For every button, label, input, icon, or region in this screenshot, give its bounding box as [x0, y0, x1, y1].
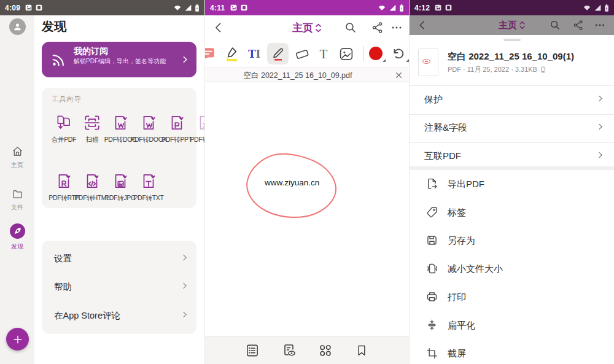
page-selector[interactable]: 主页: [292, 21, 322, 35]
tool-pdf-to-rtf[interactable]: PDF转RTF: [50, 172, 78, 203]
action-label: 截屏: [448, 348, 466, 360]
nav-title: 主页: [292, 21, 313, 35]
pencil-tool-selected[interactable]: [267, 43, 289, 64]
more-icon[interactable]: [595, 20, 605, 31]
back-icon[interactable]: [417, 19, 428, 31]
comment-tool-icon[interactable]: [204, 46, 216, 62]
close-tab-icon[interactable]: [394, 71, 403, 80]
share-icon[interactable]: [573, 20, 584, 31]
bottom-toolbar: [205, 336, 409, 364]
section-annotations-fields[interactable]: 注释&字段: [410, 114, 614, 142]
tool-pdf-to-html[interactable]: PDF转HTML: [78, 172, 106, 203]
chevron-right-icon: [181, 55, 189, 64]
status-right-icons: [173, 4, 200, 12]
add-button[interactable]: [6, 328, 29, 350]
chevron-right-icon: [596, 94, 604, 103]
tool-label: PDF转PPT: [161, 136, 192, 144]
device-icon: [540, 66, 546, 74]
pdf-canvas[interactable]: www.ziyuan.cn: [205, 83, 409, 336]
action-screenshot[interactable]: 截屏: [410, 339, 614, 364]
eraser-tool-icon[interactable]: [294, 46, 310, 62]
more-icon[interactable]: [391, 22, 402, 33]
tool-pdf-to-ppt[interactable]: PDF转PPT: [163, 114, 191, 144]
person-icon: [12, 21, 23, 32]
nav-title: 主页: [499, 20, 517, 31]
share-icon[interactable]: [371, 21, 384, 34]
cellular-icon: [184, 4, 192, 12]
sidebar-item-discover[interactable]: 发现: [0, 223, 34, 251]
color-swatch-options-marker: [383, 59, 386, 62]
drag-handle[interactable]: [503, 39, 521, 41]
text-tool-icon[interactable]: T: [320, 46, 328, 61]
text-insert-tool-icon[interactable]: TI: [248, 47, 260, 61]
menu-label: 设置: [54, 253, 72, 265]
red-ink-annotation: [243, 150, 345, 224]
page-selector[interactable]: 主页: [499, 20, 525, 31]
tool-label: PDF转TXT: [133, 194, 163, 203]
action-save-as[interactable]: 另存为: [410, 227, 614, 255]
sidebar-item-files[interactable]: 文件: [0, 188, 34, 212]
tool-merge-pdf[interactable]: 合并PDF: [50, 114, 78, 144]
tool-label: PDF转JPG: [105, 194, 136, 203]
canvas-text: www.ziyuan.cn: [265, 178, 319, 187]
menu-item-settings[interactable]: 设置: [42, 244, 196, 273]
undo-icon[interactable]: [391, 47, 406, 61]
app-notification-icon: [445, 4, 452, 11]
wifi-icon: [173, 4, 182, 12]
action-label: 打印: [448, 292, 466, 303]
app-notification-icon: [36, 4, 42, 11]
menu-label: 在App Store评论: [54, 310, 120, 322]
chevron-right-icon: [596, 122, 604, 131]
battery-icon: [399, 4, 404, 12]
color-swatch-red[interactable]: [369, 47, 383, 60]
tool-pdf-to-txt[interactable]: PDF转TXT: [134, 172, 163, 203]
image-tool-icon[interactable]: [339, 46, 354, 61]
menu-item-help[interactable]: 帮助: [42, 273, 196, 301]
chevron-right-icon: [181, 253, 188, 262]
action-flatten[interactable]: 扁平化: [410, 311, 614, 339]
highlighter-tool-icon[interactable]: [223, 45, 240, 62]
avatar[interactable]: [9, 18, 26, 35]
app-root: 4:09 主页 文件: [0, 0, 614, 364]
updown-chevrons-icon: [519, 20, 525, 30]
status-right-icons: [583, 4, 609, 12]
grid-view-icon[interactable]: [319, 344, 333, 358]
action-print[interactable]: 打印: [410, 283, 614, 311]
page-preview-icon[interactable]: [282, 343, 297, 358]
menu-item-review[interactable]: 在App Store评论: [42, 301, 196, 330]
sidebar-item-label: 文件: [0, 203, 34, 212]
action-label: 导出PDF: [448, 179, 484, 190]
tool-pdf-to-jpg[interactable]: PDF转JPG: [106, 172, 134, 203]
save-icon: [426, 234, 438, 247]
sidebar-item-home[interactable]: 主页: [0, 145, 34, 169]
pdf-to-doc-icon: [111, 114, 130, 132]
search-icon[interactable]: [344, 21, 357, 34]
action-tags[interactable]: 标签: [410, 198, 614, 227]
pdf-to-ppt-icon: [168, 114, 186, 132]
outline-list-icon[interactable]: [246, 344, 260, 358]
action-reduce-file-size[interactable]: 减小文件大小: [410, 255, 614, 283]
action-export-pdf[interactable]: 导出PDF: [410, 170, 614, 198]
tool-scan[interactable]: 扫描: [78, 114, 106, 144]
left-sidebar: 主页 文件 发现: [0, 15, 34, 364]
bookmark-icon[interactable]: [356, 344, 368, 357]
search-icon[interactable]: [550, 20, 561, 31]
subscription-banner[interactable]: 我的订阅 解锁PDF编辑，导出，签名等功能: [42, 42, 196, 77]
back-icon[interactable]: [212, 21, 225, 34]
chevron-right-icon: [181, 281, 188, 290]
document-tab-bar[interactable]: 空白 2022_11_25 16_10_09.pdf: [205, 68, 409, 82]
notification-icons: [435, 4, 452, 11]
scan-icon: [83, 114, 101, 132]
status-time: 4:11: [210, 4, 225, 12]
tool-pdf-to-docx[interactable]: PDF转DOCX: [134, 114, 163, 144]
pdf-to-jpg-icon: [111, 172, 130, 190]
discover-compass-icon: [9, 223, 26, 239]
nav-bar-dimmed: 主页: [410, 15, 614, 35]
tools-row-1: 合并PDF 扫描 PDF转DOC PDF转DOCX PDF转PPT: [50, 114, 204, 144]
section-protect[interactable]: 保护: [410, 86, 614, 114]
tool-pdf-to-xls[interactable]: PDF转XLS: [191, 114, 204, 144]
toolbar-divider: [363, 46, 364, 61]
sidebar-item-label: 主页: [0, 161, 34, 169]
folder-icon: [11, 188, 24, 200]
annotation-toolbar: TI T: [205, 40, 409, 68]
